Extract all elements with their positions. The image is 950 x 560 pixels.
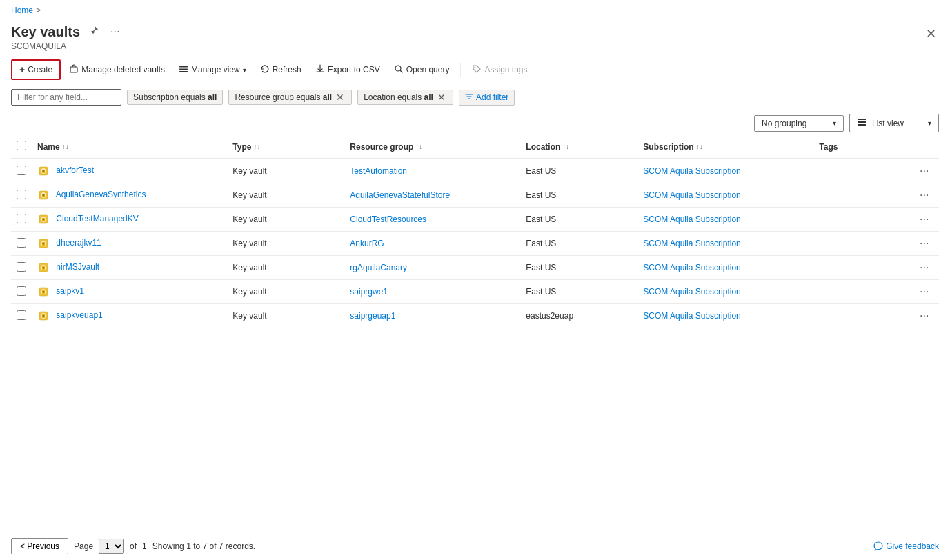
row-actions-button[interactable]: ··· xyxy=(917,188,931,203)
page-header-left: Key vaults ··· SCOMAQUILA xyxy=(11,23,122,51)
view-select[interactable]: List view ▾ xyxy=(849,114,939,132)
row-name-link[interactable]: CloudTestManagedKV xyxy=(56,214,138,223)
row-subscription-cell: SCOM Aquila Subscription xyxy=(637,256,813,280)
view-controls: No grouping ▾ List view ▾ xyxy=(0,111,950,135)
row-checkbox-cell xyxy=(11,159,32,183)
row-rg-link[interactable]: TestAutomation xyxy=(350,166,407,176)
row-type: Key vault xyxy=(232,166,266,176)
filter-input[interactable] xyxy=(11,89,121,106)
row-checkbox-cell xyxy=(11,183,32,208)
row-location: East US xyxy=(526,287,556,297)
location-filter-close[interactable]: ✕ xyxy=(436,92,447,102)
subscription-filter: Subscription equals all xyxy=(127,90,223,105)
row-location-cell: East US xyxy=(520,256,637,280)
row-location-cell: East US xyxy=(520,280,637,304)
breadcrumb-home[interactable]: Home xyxy=(11,6,33,15)
add-filter-button[interactable]: Add filter xyxy=(459,90,515,106)
th-subscription-sortable[interactable]: Subscription ↑↓ xyxy=(643,142,808,152)
grouping-select[interactable]: No grouping ▾ xyxy=(754,115,844,132)
row-name-link[interactable]: saipkv1 xyxy=(56,286,84,296)
row-checkbox[interactable] xyxy=(17,310,26,320)
row-name-link[interactable]: akvforTest xyxy=(56,166,94,175)
row-subscription-cell: SCOM Aquila Subscription xyxy=(637,280,813,304)
open-query-icon xyxy=(394,64,404,76)
close-button[interactable]: ✕ xyxy=(923,23,939,44)
row-actions-cell: ··· xyxy=(911,208,939,232)
keyvault-icon xyxy=(37,189,50,201)
th-type-sortable[interactable]: Type ↑↓ xyxy=(232,142,339,152)
table-row: dheerajkv11 Key vault AnkurRG East US SC… xyxy=(11,232,939,256)
row-location: East US xyxy=(526,190,556,200)
th-rg-sortable[interactable]: Resource group ↑↓ xyxy=(350,142,515,152)
row-rg-link[interactable]: saiprgeuap1 xyxy=(350,311,395,321)
row-checkbox[interactable] xyxy=(17,262,26,272)
row-subscription-link[interactable]: SCOM Aquila Subscription xyxy=(643,190,740,200)
table-row: AquilaGenevaSynthetics Key vault AquilaG… xyxy=(11,183,939,208)
row-checkbox[interactable] xyxy=(17,286,26,296)
more-options-button[interactable]: ··· xyxy=(108,24,122,39)
row-checkbox[interactable] xyxy=(17,238,26,248)
row-subscription-link[interactable]: SCOM Aquila Subscription xyxy=(643,239,740,248)
resource-group-filter: Resource group equals all ✕ xyxy=(228,90,352,105)
row-tags-cell xyxy=(813,208,911,232)
row-actions-button[interactable]: ··· xyxy=(917,260,931,275)
key-vaults-table: Name ↑↓ Type ↑↓ Resource group ↑↓ xyxy=(11,135,939,328)
row-rg-link[interactable]: AquilaGenevaStatefulStore xyxy=(350,190,450,200)
row-rg-link[interactable]: AnkurRG xyxy=(350,239,384,248)
pin-button[interactable] xyxy=(86,23,102,40)
assign-tags-button[interactable]: Assign tags xyxy=(466,61,533,79)
rg-sort-icon: ↑↓ xyxy=(415,143,422,150)
row-actions-button[interactable]: ··· xyxy=(917,212,931,227)
row-subscription-link[interactable]: SCOM Aquila Subscription xyxy=(643,287,740,297)
row-subscription-link[interactable]: SCOM Aquila Subscription xyxy=(643,311,740,321)
type-sort-icon: ↑↓ xyxy=(253,143,260,150)
row-rg-link[interactable]: saiprgwe1 xyxy=(350,287,388,297)
create-button[interactable]: + Create xyxy=(11,59,61,80)
svg-rect-3 xyxy=(179,71,188,72)
row-rg-link[interactable]: rgAquilaCanary xyxy=(350,263,407,272)
row-type: Key vault xyxy=(232,287,266,297)
th-actions xyxy=(911,135,939,159)
row-type: Key vault xyxy=(232,190,266,200)
svg-rect-6 xyxy=(858,119,866,120)
manage-deleted-label: Manage deleted vaults xyxy=(81,65,165,74)
refresh-button[interactable]: Refresh xyxy=(255,61,307,79)
row-subscription-cell: SCOM Aquila Subscription xyxy=(637,183,813,208)
row-actions-button[interactable]: ··· xyxy=(917,236,931,251)
manage-deleted-vaults-button[interactable]: Manage deleted vaults xyxy=(63,61,170,79)
manage-view-icon xyxy=(179,64,188,76)
row-name-link[interactable]: dheerajkv11 xyxy=(56,238,101,248)
th-name-sortable[interactable]: Name ↑↓ xyxy=(37,142,221,152)
row-rg-cell: TestAutomation xyxy=(344,159,520,183)
page-subtitle: SCOMAQUILA xyxy=(11,41,122,51)
row-subscription-link[interactable]: SCOM Aquila Subscription xyxy=(643,166,740,176)
export-csv-button[interactable]: Export to CSV xyxy=(310,61,386,79)
manage-view-button[interactable]: Manage view ▾ xyxy=(173,61,252,79)
select-all-checkbox[interactable] xyxy=(17,141,26,150)
row-actions-button[interactable]: ··· xyxy=(917,284,931,299)
row-actions-button[interactable]: ··· xyxy=(917,163,931,179)
row-actions-button[interactable]: ··· xyxy=(917,308,931,323)
resource-group-filter-close[interactable]: ✕ xyxy=(335,92,346,102)
row-name-cell: saipkveuap1 xyxy=(32,304,227,328)
th-location-sortable[interactable]: Location ↑↓ xyxy=(526,142,632,152)
row-subscription-cell: SCOM Aquila Subscription xyxy=(637,232,813,256)
manage-view-label: Manage view xyxy=(191,65,240,74)
row-checkbox[interactable] xyxy=(17,190,26,199)
row-subscription-link[interactable]: SCOM Aquila Subscription xyxy=(643,263,740,272)
row-checkbox[interactable] xyxy=(17,214,26,223)
th-subscription: Subscription ↑↓ xyxy=(637,135,813,159)
row-name-link[interactable]: saipkveuap1 xyxy=(56,310,102,320)
row-name-link[interactable]: AquilaGenevaSynthetics xyxy=(56,190,146,199)
row-rg-link[interactable]: CloudTestResources xyxy=(350,214,426,224)
table-header-row: Name ↑↓ Type ↑↓ Resource group ↑↓ xyxy=(11,135,939,159)
row-subscription-link[interactable]: SCOM Aquila Subscription xyxy=(643,214,740,224)
table-row: nirMSJvault Key vault rgAquilaCanary Eas… xyxy=(11,256,939,280)
open-query-button[interactable]: Open query xyxy=(388,61,455,79)
svg-point-12 xyxy=(43,170,45,172)
row-tags-cell xyxy=(813,280,911,304)
keyvault-icon xyxy=(37,286,50,298)
row-name-link[interactable]: nirMSJvault xyxy=(56,262,99,272)
row-checkbox[interactable] xyxy=(17,166,26,175)
row-name-cell: CloudTestManagedKV xyxy=(32,208,227,232)
